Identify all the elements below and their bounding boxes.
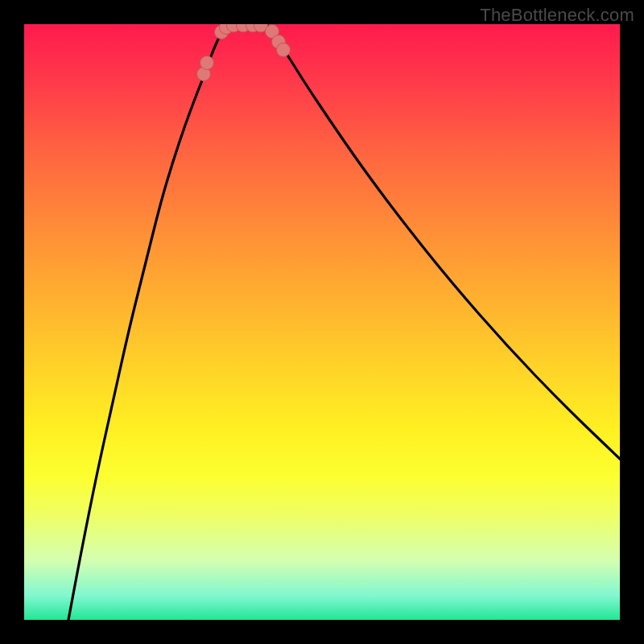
plot-area	[24, 24, 620, 620]
right-curve	[266, 24, 620, 459]
data-marker	[200, 56, 214, 70]
chart-frame: TheBottleneck.com	[0, 0, 644, 644]
left-curve	[68, 24, 229, 620]
data-markers	[197, 24, 291, 81]
watermark-text: TheBottleneck.com	[480, 5, 634, 26]
curve-svg	[24, 24, 620, 620]
data-marker	[277, 43, 291, 57]
